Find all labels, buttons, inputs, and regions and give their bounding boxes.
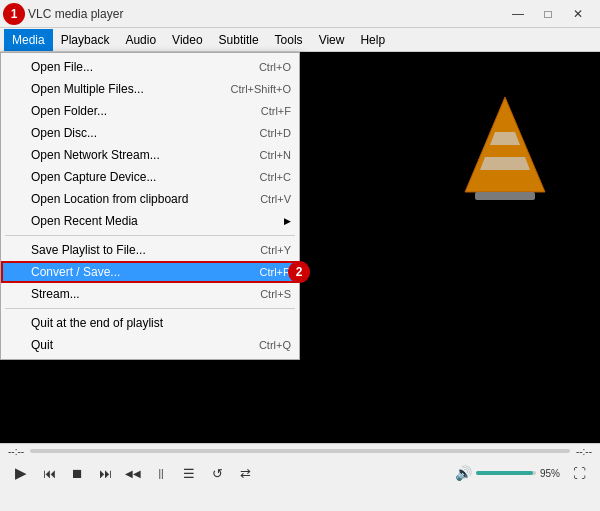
vlc-logo xyxy=(460,92,540,192)
menu-item-save-playlist[interactable]: Save Playlist to File... Ctrl+Y xyxy=(1,239,299,261)
volume-fill xyxy=(476,471,533,475)
svg-marker-4 xyxy=(490,132,520,145)
menu-item-open-network[interactable]: Open Network Stream... Ctrl+N xyxy=(1,144,299,166)
menu-media[interactable]: Media xyxy=(4,29,53,51)
menu-bar: Media Playback Audio Video Subtitle Tool… xyxy=(0,28,600,52)
step-badge-1: 1 xyxy=(3,3,25,25)
frame-back-button[interactable]: ◀◀ xyxy=(120,461,146,485)
time-elapsed: --:-- xyxy=(8,446,24,457)
play-button[interactable]: ▶ xyxy=(8,461,34,485)
prev-button[interactable]: ⏮ xyxy=(36,461,62,485)
menu-item-open-recent[interactable]: Open Recent Media ▶ xyxy=(1,210,299,232)
menu-item-open-multiple[interactable]: Open Multiple Files... Ctrl+Shift+O xyxy=(1,78,299,100)
menu-item-open-capture[interactable]: Open Capture Device... Ctrl+C xyxy=(1,166,299,188)
volume-label: 95% xyxy=(540,468,560,479)
volume-area: 🔊 95% xyxy=(455,465,560,481)
toggle-playlist-button[interactable]: ☰ xyxy=(176,461,202,485)
loop-button[interactable]: ↺ xyxy=(204,461,230,485)
window-controls: — □ ✕ xyxy=(504,4,592,24)
menu-subtitle[interactable]: Subtitle xyxy=(211,29,267,51)
window-title: VLC media player xyxy=(28,7,504,21)
media-dropdown: Open File... Ctrl+O Open Multiple Files.… xyxy=(0,52,300,360)
menu-playback[interactable]: Playback xyxy=(53,29,118,51)
svg-rect-5 xyxy=(475,192,535,200)
menu-item-open-clipboard[interactable]: Open Location from clipboard Ctrl+V xyxy=(1,188,299,210)
menu-item-stream[interactable]: Stream... Ctrl+S xyxy=(1,283,299,305)
next-button[interactable]: ⏭ xyxy=(92,461,118,485)
dropdown-menu: Open File... Ctrl+O Open Multiple Files.… xyxy=(0,52,300,360)
menu-item-open-disc[interactable]: Open Disc... Ctrl+D xyxy=(1,122,299,144)
separator-2 xyxy=(5,308,295,309)
step-badge-2: 2 xyxy=(288,261,310,283)
fullscreen-button[interactable]: ⛶ xyxy=(566,461,592,485)
menu-item-open-folder[interactable]: Open Folder... Ctrl+F xyxy=(1,100,299,122)
maximize-button[interactable]: □ xyxy=(534,4,562,24)
controls-row: ▶ ⏮ ⏹ ⏭ ◀◀ || ☰ ↺ ⇄ 🔊 95% ⛶ xyxy=(0,458,600,488)
progress-bar-row: --:-- --:-- xyxy=(0,444,600,458)
menu-item-quit-playlist[interactable]: Quit at the end of playlist xyxy=(1,312,299,334)
menu-audio[interactable]: Audio xyxy=(117,29,164,51)
menu-item-open-file[interactable]: Open File... Ctrl+O xyxy=(1,56,299,78)
menu-item-quit[interactable]: Quit Ctrl+Q xyxy=(1,334,299,356)
menu-view[interactable]: View xyxy=(311,29,353,51)
progress-track[interactable] xyxy=(30,449,570,453)
volume-slider[interactable] xyxy=(476,471,536,475)
stop-button[interactable]: ⏹ xyxy=(64,461,90,485)
controls-bar: --:-- --:-- ▶ ⏮ ⏹ ⏭ ◀◀ || ☰ ↺ ⇄ 🔊 95% ⛶ xyxy=(0,443,600,511)
svg-marker-3 xyxy=(480,157,530,170)
menu-item-convert-save[interactable]: Convert / Save... Ctrl+R 2 xyxy=(1,261,299,283)
random-button[interactable]: ⇄ xyxy=(232,461,258,485)
time-total: --:-- xyxy=(576,446,592,457)
minimize-button[interactable]: — xyxy=(504,4,532,24)
title-bar: VLC media player — □ ✕ xyxy=(0,0,600,28)
volume-icon[interactable]: 🔊 xyxy=(455,465,472,481)
close-button[interactable]: ✕ xyxy=(564,4,592,24)
menu-tools[interactable]: Tools xyxy=(267,29,311,51)
separator-1 xyxy=(5,235,295,236)
frame-forward-button[interactable]: || xyxy=(148,461,174,485)
menu-video[interactable]: Video xyxy=(164,29,210,51)
menu-help[interactable]: Help xyxy=(352,29,393,51)
